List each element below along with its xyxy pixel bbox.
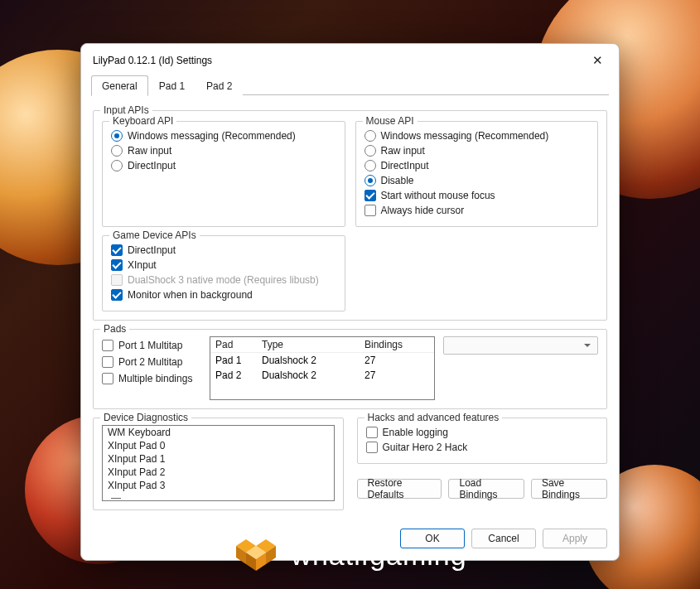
- cell-bindings: 27: [364, 369, 422, 381]
- check-gh2-hack[interactable]: Guitar Hero 2 Hack: [366, 440, 599, 455]
- checkbox-icon: [102, 340, 113, 351]
- list-item[interactable]: XInput Pad 0: [103, 439, 334, 452]
- group-pads: Pads Port 1 Multitap Port 2 Multitap Mul…: [93, 329, 607, 409]
- radio-mouse-disable[interactable]: Disable: [364, 173, 590, 188]
- group-keyboard-api: Keyboard API Windows messaging (Recommen…: [102, 121, 345, 227]
- radio-icon: [111, 145, 123, 157]
- list-item[interactable]: WM Keyboard: [103, 426, 334, 439]
- check-start-no-mouse-focus[interactable]: Start without mouse focus: [364, 188, 590, 203]
- radio-icon: [111, 130, 123, 142]
- radio-mouse-raw[interactable]: Raw input: [364, 143, 590, 158]
- settings-window: LilyPad 0.12.1 (Id) Settings ✕ General P…: [80, 43, 620, 561]
- tab-pad1[interactable]: Pad 1: [148, 75, 196, 95]
- check-label: Monitor when in background: [128, 289, 253, 301]
- cell-pad: Pad 2: [215, 369, 262, 381]
- col-type: Type: [262, 339, 364, 350]
- check-port1-multitap[interactable]: Port 1 Multitap: [102, 338, 201, 353]
- checkbox-icon: [102, 356, 113, 368]
- checkbox-icon: [102, 373, 113, 384]
- radio-icon: [364, 175, 376, 186]
- check-multiple-bindings[interactable]: Multiple bindings: [102, 371, 201, 386]
- checkbox-icon: [111, 244, 123, 256]
- radio-icon: [364, 130, 376, 142]
- radio-label: DirectInput: [128, 160, 176, 171]
- check-label: DualShock 3 native mode (Requires libusb…: [128, 274, 319, 286]
- tab-pad2[interactable]: Pad 2: [196, 75, 243, 95]
- device-list[interactable]: WM Keyboard XInput Pad 0 XInput Pad 1 XI…: [102, 425, 335, 501]
- check-enable-logging[interactable]: Enable logging: [366, 425, 599, 440]
- legend-hacks: Hacks and advanced features: [364, 412, 503, 423]
- pads-table[interactable]: Pad Type Bindings Pad 1 Dualshock 2 27 P…: [210, 336, 435, 400]
- list-item[interactable]: XInput Pad 1: [103, 452, 334, 466]
- radio-label: DirectInput: [381, 160, 429, 171]
- radio-label: Windows messaging (Recommended): [381, 130, 549, 142]
- list-more-icon: —: [103, 492, 334, 501]
- check-label: Start without mouse focus: [381, 190, 495, 201]
- radio-mouse-directinput[interactable]: DirectInput: [364, 158, 590, 173]
- pad-type-combo[interactable]: [443, 336, 598, 355]
- radio-keyboard-raw[interactable]: Raw input: [111, 143, 336, 158]
- radio-keyboard-wm[interactable]: Windows messaging (Recommended): [111, 128, 336, 143]
- checkbox-icon: [366, 442, 378, 453]
- group-mouse-api: Mouse API Windows messaging (Recommended…: [355, 121, 599, 227]
- radio-label: Raw input: [381, 145, 425, 157]
- legend-keyboard-api: Keyboard API: [109, 115, 176, 127]
- check-port2-multitap[interactable]: Port 2 Multitap: [102, 355, 201, 369]
- check-label: Port 1 Multitap: [118, 340, 182, 351]
- check-label: Port 2 Multitap: [118, 356, 182, 368]
- col-bindings: Bindings: [364, 339, 422, 350]
- col-pad: Pad: [215, 339, 262, 350]
- check-gd-directinput[interactable]: DirectInput: [111, 243, 336, 258]
- check-label: XInput: [128, 259, 157, 271]
- cell-type: Dualshock 2: [262, 369, 364, 381]
- check-label: Enable logging: [383, 427, 448, 438]
- checkbox-icon: [364, 190, 376, 201]
- tab-strip: General Pad 1 Pad 2: [81, 75, 619, 95]
- save-bindings-button[interactable]: Save Bindings: [531, 479, 607, 499]
- group-input-apis: Input APIs Keyboard API Windows messagin…: [93, 110, 607, 321]
- logo-icon: [233, 536, 279, 574]
- close-button[interactable]: ✕: [584, 51, 611, 70]
- restore-defaults-button[interactable]: Restore Defaults: [357, 479, 442, 499]
- checkbox-icon: [111, 274, 123, 286]
- table-row[interactable]: Pad 2 Dualshock 2 27: [210, 368, 434, 383]
- check-always-hide-cursor[interactable]: Always hide cursor: [364, 203, 590, 218]
- radio-icon: [364, 145, 376, 157]
- radio-icon: [111, 160, 123, 171]
- radio-mouse-wm[interactable]: Windows messaging (Recommended): [364, 128, 590, 143]
- cell-bindings: 27: [364, 355, 422, 366]
- close-icon: ✕: [592, 53, 603, 68]
- legend-input-apis: Input APIs: [100, 104, 152, 116]
- group-game-device-apis: Game Device APIs DirectInput XInput Dual…: [102, 235, 345, 311]
- checkbox-icon: [111, 259, 123, 271]
- legend-mouse-api: Mouse API: [363, 115, 418, 127]
- radio-label: Windows messaging (Recommended): [128, 130, 296, 142]
- group-device-diagnostics: Device Diagnostics WM Keyboard XInput Pa…: [93, 418, 344, 510]
- watermark: whatifgaming: [0, 536, 700, 574]
- check-gd-monitor-bg[interactable]: Monitor when in background: [111, 287, 336, 302]
- check-gd-xinput[interactable]: XInput: [111, 258, 336, 273]
- list-item[interactable]: XInput Pad 2: [103, 466, 334, 479]
- load-bindings-button[interactable]: Load Bindings: [448, 479, 524, 499]
- legend-game-device-apis: Game Device APIs: [109, 229, 200, 241]
- pads-side-options: Port 1 Multitap Port 2 Multitap Multiple…: [102, 336, 201, 386]
- radio-keyboard-directinput[interactable]: DirectInput: [111, 158, 336, 173]
- checkbox-icon: [364, 205, 376, 216]
- group-hacks: Hacks and advanced features Enable loggi…: [357, 418, 608, 464]
- cell-pad: Pad 1: [215, 355, 262, 366]
- check-label: Always hide cursor: [381, 205, 465, 216]
- table-row[interactable]: Pad 1 Dualshock 2 27: [210, 353, 434, 368]
- watermark-text: whatifgaming: [291, 539, 466, 572]
- check-gd-ds3-native: DualShock 3 native mode (Requires libusb…: [111, 273, 336, 287]
- checkbox-icon: [111, 289, 123, 301]
- check-label: DirectInput: [128, 244, 176, 256]
- checkbox-icon: [366, 427, 378, 438]
- tab-body: Input APIs Keyboard API Windows messagin…: [81, 95, 619, 520]
- list-item[interactable]: XInput Pad 3: [103, 479, 334, 492]
- titlebar: LilyPad 0.12.1 (Id) Settings ✕: [81, 44, 619, 75]
- table-header: Pad Type Bindings: [210, 337, 434, 353]
- check-label: Guitar Hero 2 Hack: [383, 442, 468, 453]
- tab-general[interactable]: General: [91, 75, 148, 96]
- window-title: LilyPad 0.12.1 (Id) Settings: [93, 55, 212, 66]
- legend-pads: Pads: [100, 323, 129, 335]
